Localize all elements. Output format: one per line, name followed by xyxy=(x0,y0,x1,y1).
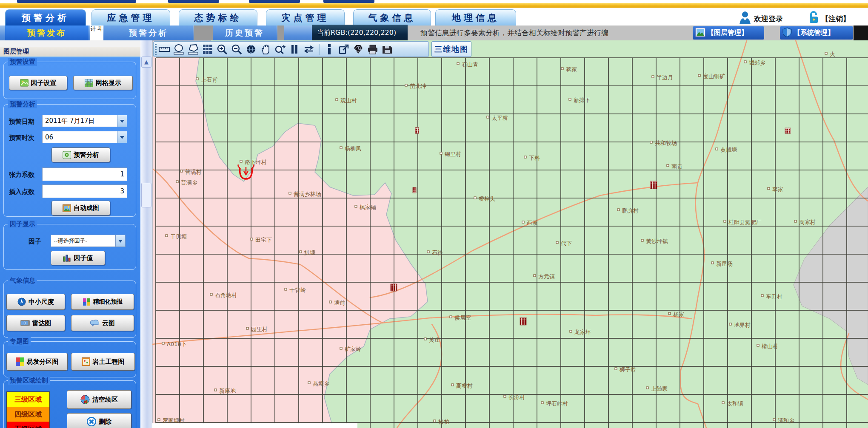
compass-icon xyxy=(17,298,26,306)
info-icon[interactable] xyxy=(323,43,336,56)
place-marker xyxy=(724,220,726,222)
globe-icon[interactable] xyxy=(245,43,257,56)
disaster-cluster-marker[interactable] xyxy=(413,187,416,193)
place-marker xyxy=(427,251,429,253)
warning-date-label: 预警日期 xyxy=(9,118,34,126)
sidebar-top-strip xyxy=(0,40,140,47)
subtab-warning-publish[interactable]: 预警发布 xyxy=(5,26,89,40)
place-marker xyxy=(474,197,476,199)
place-label: 松柏 xyxy=(438,419,449,425)
chevron-down-icon[interactable] xyxy=(115,235,125,247)
place-marker xyxy=(166,235,168,237)
print-icon[interactable] xyxy=(366,43,379,56)
zoning-map-button[interactable]: 易发分区图 xyxy=(6,353,68,371)
insert-points-input[interactable]: 3 xyxy=(42,184,127,198)
cloud-chart-label: 云图 xyxy=(102,319,115,327)
system-manage-label: 【系统管理】 xyxy=(794,28,834,37)
radar-chart-button[interactable]: 雷达图 xyxy=(6,315,65,331)
pause-icon[interactable] xyxy=(288,43,301,56)
place-marker xyxy=(617,209,620,211)
map-3d-button[interactable]: 三维地图 xyxy=(431,41,471,57)
auto-map-button[interactable]: 自动成图 xyxy=(51,201,110,215)
subnav-divider xyxy=(277,26,284,40)
bar-chart-icon xyxy=(63,254,71,262)
fine-forecast-button[interactable]: 精细化预报 xyxy=(71,294,134,310)
pan-hand-icon[interactable] xyxy=(259,43,272,56)
place-marker xyxy=(336,99,338,101)
ruler-measure-icon[interactable] xyxy=(158,43,171,56)
cloud-chart-button[interactable]: 云图 xyxy=(71,315,134,331)
place-label: 新麻地 xyxy=(219,388,236,394)
grid-icon[interactable] xyxy=(201,43,214,56)
toolbar-drag-grip[interactable] xyxy=(155,44,157,55)
save-icon[interactable] xyxy=(381,43,394,56)
polygon-measure-icon[interactable] xyxy=(187,43,200,56)
sidebar-scrollbar[interactable] xyxy=(140,40,152,428)
disaster-cluster-marker[interactable] xyxy=(650,181,657,189)
main-tab-1[interactable]: 预警分析 xyxy=(5,9,86,26)
map-toolbar xyxy=(153,41,429,57)
system-manage-button[interactable]: 【系统管理】 xyxy=(780,26,853,40)
legend-level-3[interactable]: 三级区域 xyxy=(7,392,49,407)
clock-icon[interactable] xyxy=(352,43,365,56)
disaster-cluster-marker[interactable] xyxy=(785,128,791,133)
factor-settings-button[interactable]: 因子设置 xyxy=(9,76,67,90)
place-label: 桂阳县氮肥厂 xyxy=(728,219,762,225)
disaster-cluster-marker[interactable] xyxy=(415,128,419,133)
delete-button[interactable]: 删除 xyxy=(67,413,131,428)
zoom-out-icon[interactable] xyxy=(230,43,243,56)
geotech-map-button[interactable]: 岩土工程图 xyxy=(71,353,135,371)
disaster-cluster-marker[interactable] xyxy=(391,284,397,291)
place-marker xyxy=(340,147,342,149)
place-marker xyxy=(180,170,183,172)
place-marker xyxy=(646,387,648,389)
place-label: 杨柳凤 xyxy=(345,145,361,152)
main-tab-4[interactable]: 灾点管理 xyxy=(266,9,345,26)
tension-label: 张力系数 xyxy=(9,171,34,179)
clear-drawing-button[interactable]: 清空绘区 xyxy=(67,390,131,409)
run-analysis-button[interactable]: 预警分析 xyxy=(51,147,110,162)
swap-icon[interactable] xyxy=(303,43,315,56)
zoom-in-icon[interactable] xyxy=(216,43,228,56)
subtab-warning-analysis[interactable]: 预警分析 xyxy=(104,26,193,40)
place-label: 新屋场 xyxy=(716,261,733,267)
disaster-cluster-marker[interactable] xyxy=(520,317,526,325)
legend-level-5[interactable]: 五级区域 xyxy=(7,422,49,428)
radar-icon xyxy=(20,320,30,326)
main-tab-5[interactable]: 气象信息 xyxy=(353,9,431,26)
tension-input[interactable]: 1 xyxy=(42,167,127,181)
zoom-back-icon[interactable] xyxy=(274,43,286,56)
scrollbar-thumb[interactable] xyxy=(141,183,151,207)
export-icon[interactable] xyxy=(337,43,350,56)
place-label: 新排下 xyxy=(574,97,590,103)
factor-select[interactable]: --请选择因子- xyxy=(51,235,126,247)
map-canvas[interactable]: 上石背苗儿冲石山青蒋家城郊乡火半边月宝山铜矿观山村新排下太平桥共和牧场黄腊塘南贡… xyxy=(152,40,868,428)
layer-manage-button[interactable]: 【图层管理】 xyxy=(693,26,764,40)
place-label: 火 xyxy=(830,51,835,57)
place-label: A018下 xyxy=(167,341,187,347)
logout-link[interactable]: 【注销】 xyxy=(821,14,850,24)
main-tab-6[interactable]: 地理信息 xyxy=(435,9,516,26)
grid-display-button[interactable]: 网格显示 xyxy=(73,76,133,90)
place-label: 罗家塘村 xyxy=(163,417,185,424)
place-label: 宝山铜矿 xyxy=(703,73,725,79)
chevron-down-icon[interactable] xyxy=(117,131,127,143)
place-marker xyxy=(355,205,357,207)
mesoscale-button[interactable]: 中小尺度 xyxy=(6,294,65,310)
warning-time-select[interactable]: 06 xyxy=(42,131,127,143)
main-tab-3[interactable]: 态势标绘 xyxy=(179,9,257,26)
warning-date-select[interactable]: 2011年 7月17日 xyxy=(42,115,127,127)
place-marker xyxy=(308,382,310,384)
legend-level-4[interactable]: 四级区域 xyxy=(7,407,49,422)
ellipse-measure-icon[interactable] xyxy=(172,43,185,56)
layers-mountain-icon xyxy=(695,28,705,39)
place-marker xyxy=(534,275,536,277)
subtab-history-warning[interactable]: 历史预警 xyxy=(213,26,277,40)
factor-value-button[interactable]: 因子值 xyxy=(51,251,105,265)
group-thematic-map: 专题图 易发分区图 岩土工程图 xyxy=(3,341,136,377)
place-marker xyxy=(524,156,526,158)
chevron-down-icon[interactable] xyxy=(117,115,127,127)
warning-time-value: 06 xyxy=(43,133,117,141)
main-tab-2[interactable]: 应急管理 xyxy=(91,9,170,26)
scroll-up-arrow[interactable]: ▲ xyxy=(141,57,151,68)
